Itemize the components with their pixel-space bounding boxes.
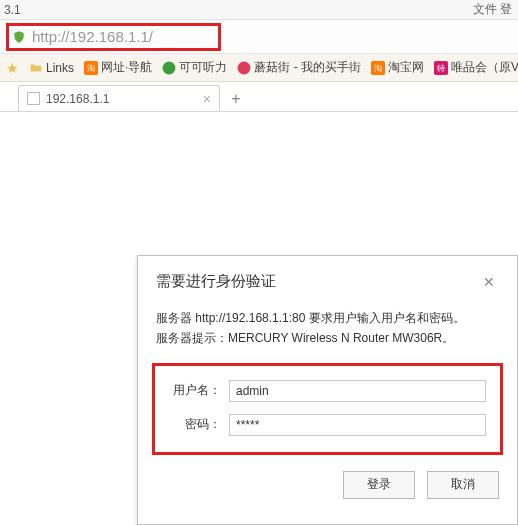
bookmark-label: 网址·导航: [101, 59, 152, 76]
close-icon[interactable]: ×: [203, 91, 211, 107]
bookmark-label: 蘑菇街 - 我的买手街: [254, 59, 361, 76]
close-icon[interactable]: ✕: [479, 272, 499, 292]
site-icon: 淘: [371, 61, 385, 75]
bookmark-vip[interactable]: 特 唯品会（原V: [434, 59, 518, 76]
svg-text:淘: 淘: [374, 63, 382, 72]
site-icon: 特: [434, 61, 448, 75]
address-url[interactable]: http://192.168.1.1/: [32, 28, 153, 45]
svg-point-3: [238, 61, 251, 74]
password-input[interactable]: [229, 414, 486, 436]
cancel-button[interactable]: 取消: [427, 471, 499, 499]
bookmark-label: 淘宝网: [388, 59, 424, 76]
dialog-line2: 服务器提示：MERCURY Wireless N Router MW306R。: [156, 328, 499, 348]
tab-strip: 192.168.1.1 × +: [0, 82, 518, 112]
username-input[interactable]: [229, 380, 486, 402]
shield-icon: [12, 30, 26, 44]
window-top-bar: 3.1 文件 登: [0, 0, 518, 20]
bookmark-links[interactable]: Links: [29, 61, 74, 75]
dialog-line1: 服务器 http://192.168.1.1:80 要求用户输入用户名和密码。: [156, 308, 499, 328]
bookmark-label: Links: [46, 61, 74, 75]
tab-active[interactable]: 192.168.1.1 ×: [18, 85, 220, 111]
site-icon: [162, 61, 176, 75]
page-icon: [27, 92, 40, 105]
dialog-title: 需要进行身份验证: [156, 272, 276, 291]
bookmark-label: 可可听力: [179, 59, 227, 76]
star-icon[interactable]: ★: [6, 61, 19, 75]
tab-title: 192.168.1.1: [46, 92, 109, 106]
new-tab-button[interactable]: +: [224, 87, 248, 111]
bookmark-taobao[interactable]: 淘 淘宝网: [371, 59, 424, 76]
site-icon: [237, 61, 251, 75]
bookmark-mogujie[interactable]: 蘑菇街 - 我的买手街: [237, 59, 361, 76]
bookmark-nav[interactable]: 淘 网址·导航: [84, 59, 152, 76]
auth-dialog: 需要进行身份验证 ✕ 服务器 http://192.168.1.1:80 要求用…: [137, 255, 518, 525]
site-icon: 淘: [84, 61, 98, 75]
svg-text:淘: 淘: [87, 63, 95, 72]
bookmarks-bar: ★ Links 淘 网址·导航 可可听力 蘑菇街 - 我的买手街 淘 淘宝网 特…: [0, 54, 518, 82]
partial-text: 3.1: [4, 3, 21, 17]
bookmark-keke[interactable]: 可可听力: [162, 59, 227, 76]
folder-icon: [29, 61, 43, 75]
dialog-footer: 登录 取消: [138, 455, 517, 499]
dialog-header: 需要进行身份验证 ✕: [138, 256, 517, 302]
dialog-body: 服务器 http://192.168.1.1:80 要求用户输入用户名和密码。 …: [138, 302, 517, 349]
bookmark-label: 唯品会（原V: [451, 59, 518, 76]
login-button[interactable]: 登录: [343, 471, 415, 499]
menu-partial: 文件 登: [473, 1, 518, 18]
address-bar: http://192.168.1.1/: [0, 20, 518, 54]
svg-point-2: [163, 61, 176, 74]
address-highlight: http://192.168.1.1/: [6, 23, 221, 51]
svg-text:特: 特: [437, 63, 445, 72]
password-label: 密码：: [169, 416, 229, 433]
credentials-highlight: 用户名： 密码：: [152, 363, 503, 455]
password-row: 密码：: [169, 414, 486, 436]
username-label: 用户名：: [169, 382, 229, 399]
username-row: 用户名：: [169, 380, 486, 402]
